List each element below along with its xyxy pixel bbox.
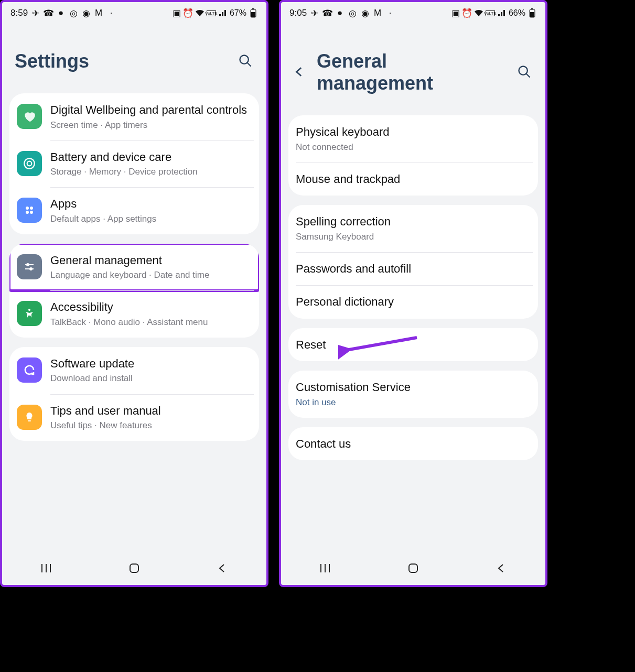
- row-passwords-autofill[interactable]: Passwords and autofill: [288, 252, 538, 286]
- row-title: Tips and user manual: [50, 404, 252, 418]
- svg-rect-20: [130, 564, 138, 572]
- status-bar: 8:59 ✈ ☎ ● ◎ ◉ M · ▣ ⏰ VoLTE 67%: [2, 2, 266, 24]
- settings-group: Spelling correction Samsung Keyboard Pas…: [288, 205, 538, 319]
- row-physical-keyboard[interactable]: Physical keyboard Not connected: [288, 115, 538, 162]
- svg-point-24: [519, 67, 528, 75]
- row-title: Digital Wellbeing and parental controls: [50, 103, 252, 117]
- svg-point-10: [30, 211, 33, 214]
- accessibility-icon: [17, 301, 42, 326]
- row-title: Accessibility: [50, 300, 252, 315]
- heart-icon: [17, 104, 42, 129]
- general-management-list[interactable]: Physical keyboard Not connected Mouse an…: [281, 115, 545, 551]
- whatsapp-icon: ☎: [322, 8, 332, 19]
- svg-point-8: [30, 207, 33, 210]
- page-title: Settings: [15, 50, 228, 72]
- settings-group: Software update Download and install Tip…: [9, 347, 259, 441]
- battery-icon: [528, 8, 537, 18]
- chat-icon: ●: [335, 8, 345, 18]
- svg-point-7: [26, 207, 29, 210]
- phone-screenshot-settings: 8:59 ✈ ☎ ● ◎ ◉ M · ▣ ⏰ VoLTE 67% Settin: [0, 0, 268, 587]
- wifi-icon: [195, 9, 205, 17]
- row-contact-us[interactable]: Contact us: [288, 427, 538, 461]
- status-time: 8:59: [10, 8, 28, 18]
- page-header: General management: [281, 24, 545, 115]
- more-dot-icon: ·: [106, 8, 116, 18]
- settings-row-apps[interactable]: Apps Default apps · App settings: [9, 187, 259, 234]
- battery-percent: 67%: [230, 8, 246, 18]
- svg-rect-30: [409, 564, 417, 572]
- row-subtitle: Language and keyboard · Date and time: [50, 269, 252, 281]
- settings-group: Contact us: [288, 427, 538, 461]
- android-nav-bar: [2, 551, 266, 585]
- row-title: Apps: [50, 197, 252, 211]
- svg-point-9: [26, 211, 29, 214]
- settings-group: Digital Wellbeing and parental controls …: [9, 93, 259, 234]
- row-reset[interactable]: Reset: [288, 328, 538, 362]
- volte-icon: VoLTE: [207, 10, 216, 16]
- status-time: 9:05: [289, 8, 307, 18]
- camera-icon: ◉: [81, 8, 91, 19]
- battery-icon: [249, 8, 258, 18]
- row-subtitle: Storage · Memory · Device protection: [50, 166, 252, 178]
- signal-icon: [497, 9, 507, 17]
- row-subtitle: Not connected: [296, 142, 531, 153]
- row-title: Reset: [296, 338, 531, 352]
- svg-point-3: [240, 56, 249, 64]
- settings-group: Physical keyboard Not connected Mouse an…: [288, 115, 538, 196]
- home-button[interactable]: [126, 560, 143, 577]
- more-dot-icon: ·: [385, 8, 395, 18]
- gmail-icon: M: [94, 8, 103, 18]
- settings-row-accessibility[interactable]: Accessibility TalkBack · Mono audio · As…: [9, 290, 259, 338]
- settings-row-battery-device-care[interactable]: Battery and device care Storage · Memory…: [9, 140, 259, 188]
- svg-rect-1: [252, 8, 254, 9]
- search-button[interactable]: [517, 64, 533, 80]
- row-mouse-trackpad[interactable]: Mouse and trackpad: [288, 162, 538, 196]
- row-title: Contact us: [296, 437, 531, 451]
- row-title: Passwords and autofill: [296, 262, 531, 276]
- settings-row-digital-wellbeing[interactable]: Digital Wellbeing and parental controls …: [9, 93, 259, 140]
- recents-button[interactable]: [38, 560, 55, 577]
- settings-row-tips[interactable]: Tips and user manual Useful tips · New f…: [9, 394, 259, 441]
- settings-row-software-update[interactable]: Software update Download and install: [9, 347, 259, 394]
- svg-line-4: [247, 63, 251, 67]
- svg-point-5: [24, 158, 35, 169]
- status-bar: 9:05 ✈ ☎ ● ◎ ◉ M · ▣ ⏰ VoLTE 66%: [281, 2, 545, 24]
- row-title: General management: [50, 253, 252, 268]
- battery-saver-icon: ▣: [172, 8, 181, 19]
- apps-icon: [17, 198, 42, 223]
- settings-group: Customisation Service Not in use: [288, 371, 538, 418]
- gmail-icon: M: [373, 8, 382, 18]
- alarm-icon: ⏰: [184, 8, 193, 19]
- row-subtitle: Useful tips · New features: [50, 420, 252, 431]
- back-button[interactable]: [493, 560, 510, 577]
- bulb-icon: [17, 405, 42, 430]
- row-title: Mouse and trackpad: [296, 172, 531, 187]
- row-title: Physical keyboard: [296, 125, 531, 139]
- row-subtitle: Screen time · App timers: [50, 120, 252, 131]
- sliders-icon: [17, 254, 42, 279]
- settings-group: Reset: [288, 328, 538, 362]
- row-spelling-correction[interactable]: Spelling correction Samsung Keyboard: [288, 205, 538, 252]
- android-nav-bar: [281, 551, 545, 585]
- instagram-icon: ◎: [348, 8, 357, 19]
- volte-icon: VoLTE: [486, 10, 495, 16]
- row-customisation-service[interactable]: Customisation Service Not in use: [288, 371, 538, 418]
- settings-row-general-management[interactable]: General management Language and keyboard…: [9, 244, 259, 291]
- svg-rect-22: [531, 8, 533, 9]
- care-icon: [17, 151, 42, 176]
- signal-icon: [218, 9, 228, 17]
- recents-button[interactable]: [317, 560, 333, 577]
- svg-rect-2: [251, 12, 255, 17]
- battery-percent: 66%: [509, 8, 525, 18]
- home-button[interactable]: [405, 560, 422, 577]
- svg-point-15: [28, 309, 30, 311]
- back-button[interactable]: [294, 66, 306, 79]
- search-button[interactable]: [238, 53, 254, 69]
- row-subtitle: Download and install: [50, 373, 252, 384]
- back-button[interactable]: [214, 560, 231, 577]
- svg-rect-16: [28, 420, 31, 421]
- row-personal-dictionary[interactable]: Personal dictionary: [288, 285, 538, 319]
- settings-list[interactable]: Digital Wellbeing and parental controls …: [2, 93, 266, 551]
- row-subtitle: Samsung Keyboard: [296, 231, 531, 243]
- row-title: Spelling correction: [296, 214, 531, 229]
